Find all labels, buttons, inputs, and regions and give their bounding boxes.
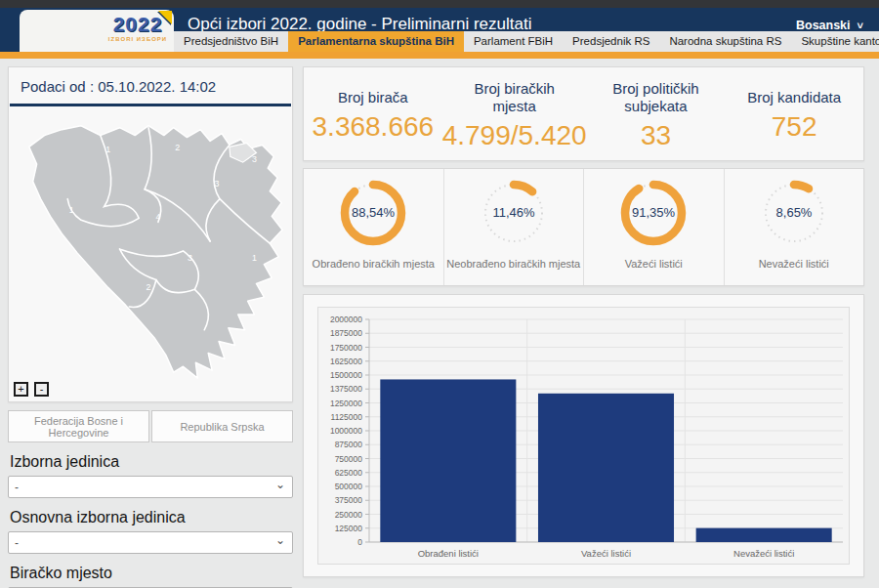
main-panel: Broj birača 3.368.666 Broj biračkih mjes… <box>303 66 864 577</box>
stat-label: Broj kandidata <box>725 89 863 106</box>
svg-text:500000: 500000 <box>335 482 363 491</box>
svg-text:Važeći listići: Važeći listići <box>581 548 631 559</box>
svg-text:125000: 125000 <box>335 524 363 533</box>
osnovna-izborna-jedinica-label: Osnovna izborna jedinica <box>10 509 293 526</box>
osnovna-izborna-jedinica-select-wrap: - ⌄ <box>8 531 293 554</box>
svg-text:1875000: 1875000 <box>330 328 362 338</box>
izborna-jedinica-select[interactable]: - <box>8 476 293 498</box>
svg-text:1750000: 1750000 <box>330 343 362 353</box>
chevron-down-icon: ˅ <box>858 20 863 31</box>
gauge-neobradjeno-biracka-mjesta: 11,46% Neobrađeno biračkih mjesta <box>444 169 585 285</box>
tab-parlamentarna-skupstina-bih[interactable]: Parlamentarna skupština BiH <box>288 31 464 52</box>
svg-text:1125000: 1125000 <box>331 412 363 422</box>
gauge-percent: 11,46% <box>492 205 535 220</box>
gauge-label: Neobrađeno biračkih mjesta <box>444 258 584 270</box>
nav-tabbar: Predsjedništvo BiH Parlamentarna skupšti… <box>174 31 879 52</box>
svg-text:625000: 625000 <box>335 468 363 478</box>
svg-text:0: 0 <box>357 537 362 547</box>
svg-text:3: 3 <box>188 253 192 263</box>
bih-country-shape[interactable] <box>29 126 282 378</box>
svg-text:2: 2 <box>175 143 180 152</box>
svg-text:1250000: 1250000 <box>330 399 362 408</box>
language-selector[interactable]: Bosanski ˅ <box>796 19 863 32</box>
svg-text:750000: 750000 <box>335 454 363 464</box>
izborna-jedinica-label: Izborna jedinica <box>10 453 293 471</box>
federacija-bih-button[interactable]: Federacija Bosne i Hercegovine <box>8 410 149 442</box>
gauge-percent: 8,65% <box>775 205 812 220</box>
stat-value: 33 <box>587 120 726 151</box>
entity-buttons: Federacija Bosne i Hercegovine Republika… <box>8 410 293 442</box>
biracko-mjesto-label: Biračko mjesto <box>10 565 293 582</box>
svg-text:375000: 375000 <box>335 495 363 505</box>
gauge-percent: 91,35% <box>632 205 676 220</box>
svg-text:Obrađeni listići: Obrađeni listići <box>418 548 479 559</box>
tab-predsjednik-rs[interactable]: Predsjednik RS <box>563 31 659 52</box>
svg-text:1: 1 <box>69 205 74 215</box>
left-panel: Podaci od : 05.10.2022. 14:02 1 <box>8 66 293 588</box>
accent-strip <box>0 52 879 59</box>
svg-text:250000: 250000 <box>335 510 363 520</box>
bih-flag-icon <box>158 11 172 24</box>
stat-broj-biraca: Broj birača 3.368.666 <box>304 85 442 143</box>
svg-text:1000000: 1000000 <box>330 426 362 436</box>
gauge-label: Obrađeno biračkih mjesta <box>304 258 443 270</box>
stat-broj-birackih-mjesta: Broj biračkih mjesta 4.799/5.420 <box>442 76 587 151</box>
republika-srpska-button[interactable]: Republika Srpska <box>151 410 293 442</box>
svg-text:2: 2 <box>146 282 151 292</box>
svg-text:1500000: 1500000 <box>330 370 362 380</box>
data-timestamp: Podaci od : 05.10.2022. 14:02 <box>9 67 292 104</box>
map-zoom-in-button[interactable]: + <box>14 382 28 397</box>
osnovna-izborna-jedinica-select[interactable]: - <box>8 531 293 554</box>
stat-label: Broj birača <box>304 89 442 106</box>
app-header: 2022 IZBORI ИЗБОРИ Opći izbori 2022. god… <box>0 8 879 52</box>
gauge-nevazeci-listici: 8,65% Nevažeći listići <box>725 169 864 285</box>
stat-label: Broj biračkih mjesta <box>456 80 573 115</box>
tab-narodna-skupstina-rs[interactable]: Narodna skupština RS <box>659 31 791 52</box>
tab-parlament-fbih[interactable]: Parlament FBiH <box>464 31 563 52</box>
logo-subtitle: IZBORI ИЗБОРИ <box>107 36 168 43</box>
map-zoom-out-button[interactable]: - <box>34 382 49 397</box>
svg-text:4: 4 <box>155 212 160 222</box>
svg-text:2000000: 2000000 <box>330 315 362 324</box>
bih-map[interactable]: 1 2 3 3 1 4 3 1 2 <box>9 106 292 382</box>
gauge-label: Nevažeći listići <box>725 258 864 270</box>
ballots-chart-card: 0125000250000375000500000625000750000875… <box>303 294 864 577</box>
svg-text:3: 3 <box>215 179 220 189</box>
svg-text:3: 3 <box>252 154 257 164</box>
language-label: Bosanski <box>796 19 851 32</box>
gauge-vazeci-listici: 91,35% Važeći listići <box>584 169 725 285</box>
svg-text:Nevažeći listići: Nevažeći listići <box>733 548 794 559</box>
svg-text:1375000: 1375000 <box>330 384 362 394</box>
svg-text:1625000: 1625000 <box>330 357 362 366</box>
svg-text:875000: 875000 <box>335 440 363 449</box>
election-2022-logo: 2022 IZBORI ИЗБОРИ <box>107 13 168 50</box>
stat-broj-kandidata: Broj kandidata 752 <box>725 85 863 143</box>
stat-value: 3.368.666 <box>304 111 442 143</box>
summary-stats-card: Broj birača 3.368.666 Broj biračkih mjes… <box>303 66 864 161</box>
izborna-jedinica-select-wrap: - ⌄ <box>8 476 293 498</box>
bar-chart[interactable]: 0125000250000375000500000625000750000875… <box>317 307 850 565</box>
map-card: Podaci od : 05.10.2022. 14:02 1 <box>8 66 293 402</box>
gauge-obradjeno-biracka-mjesta: 88,54% Obrađeno biračkih mjesta <box>304 169 444 285</box>
gauges-card: 88,54% Obrađeno biračkih mjesta 11,46% N… <box>303 168 864 286</box>
stat-label: Broj političkih subjekata <box>597 80 714 115</box>
stat-value: 752 <box>725 111 863 143</box>
map-zoom-controls: + - <box>14 382 49 397</box>
tab-predsjednistvo-bih[interactable]: Predsjedništvo BiH <box>174 31 288 52</box>
gauge-percent: 88,54% <box>352 205 396 220</box>
browser-chrome-strip <box>0 0 879 8</box>
tab-skupstine-kantona-fbih[interactable]: Skupštine kantona u FBiH <box>791 31 879 52</box>
stat-broj-politickih-subjekata: Broj političkih subjekata 33 <box>587 76 726 151</box>
gauge-label: Važeći listići <box>584 258 724 270</box>
stat-value: 4.799/5.420 <box>442 120 587 151</box>
svg-text:1: 1 <box>252 253 257 263</box>
svg-text:1: 1 <box>105 145 110 154</box>
logo-tab: 2022 IZBORI ИЗБОРИ <box>20 10 174 52</box>
